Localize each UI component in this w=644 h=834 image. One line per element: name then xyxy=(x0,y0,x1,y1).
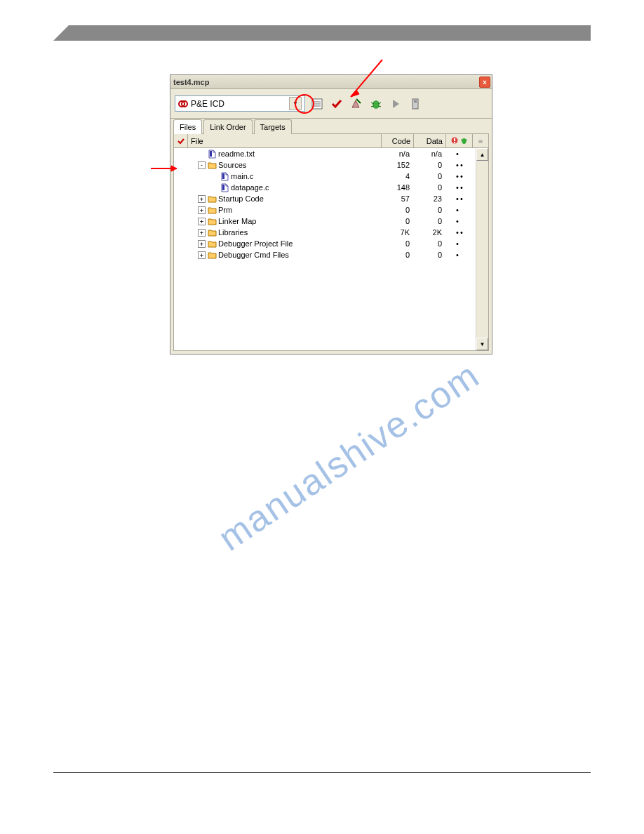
icon-column-header[interactable] xyxy=(446,134,473,147)
code-value: 0 xyxy=(382,238,414,249)
data-value: 0 xyxy=(414,204,446,216)
file-name: Libraries xyxy=(218,228,248,237)
scroll-track[interactable] xyxy=(476,161,488,338)
annotation-arrow-left xyxy=(147,163,182,174)
file-icon xyxy=(207,149,217,159)
target-icon xyxy=(178,99,188,109)
data-value: 0 xyxy=(414,171,446,182)
expand-icon[interactable]: + xyxy=(198,240,206,248)
titlebar: test4.mcp × xyxy=(170,75,492,89)
code-value: 7K xyxy=(382,227,414,238)
status-dots: •• xyxy=(446,159,473,171)
table-row[interactable]: +Startup Code5723••▾ xyxy=(174,193,488,204)
svg-rect-19 xyxy=(210,151,212,157)
data-value: 0 xyxy=(414,216,446,227)
status-dots: • xyxy=(446,238,473,249)
code-value: 148 xyxy=(382,182,414,193)
collapse-icon[interactable]: - xyxy=(198,161,206,169)
close-button[interactable]: × xyxy=(479,77,490,88)
project-window: test4.mcp × P&E ICD ▼ xyxy=(170,74,492,355)
data-value: 0 xyxy=(414,182,446,193)
annotation-circle xyxy=(295,94,314,114)
data-value: n/a xyxy=(414,148,446,159)
svg-rect-14 xyxy=(454,138,455,141)
table-row[interactable]: main.c40••▾ xyxy=(174,171,488,182)
target-dropdown[interactable]: P&E ICD ▼ xyxy=(175,95,305,112)
status-dots: •• xyxy=(446,193,473,204)
scroll-up-icon[interactable]: ▲ xyxy=(476,148,488,161)
page-footer-line xyxy=(53,772,591,773)
tab-targets[interactable]: Targets xyxy=(254,119,292,134)
tab-bar: Files Link Order Targets xyxy=(170,119,492,134)
file-name: Debugger Project File xyxy=(218,239,293,248)
status-dots: • xyxy=(446,204,473,216)
svg-line-17 xyxy=(461,140,462,140)
tab-link-order[interactable]: Link Order xyxy=(203,119,252,134)
check-column-header[interactable] xyxy=(174,134,188,147)
status-dots: • xyxy=(446,249,473,260)
table-row[interactable]: +Debugger Cmd Files00•▾ xyxy=(174,249,488,260)
watermark-text: manualshive.com xyxy=(210,354,487,560)
data-value: 0 xyxy=(414,238,446,249)
code-column-header[interactable]: Code xyxy=(382,134,414,147)
file-column-header[interactable]: File xyxy=(188,134,382,147)
column-headers: File Code Data ≡ xyxy=(174,134,488,148)
folder-icon xyxy=(207,205,217,215)
expand-icon[interactable]: + xyxy=(198,206,206,214)
svg-rect-12 xyxy=(414,100,417,102)
code-value: 0 xyxy=(382,216,414,227)
data-column-header[interactable]: Data xyxy=(414,134,446,147)
svg-line-18 xyxy=(466,140,467,140)
data-value: 0 xyxy=(414,249,446,260)
status-dots: •• xyxy=(446,171,473,182)
file-name: readme.txt xyxy=(218,150,255,158)
file-name: Prm xyxy=(218,206,232,214)
table-row[interactable]: datapage.c1480••▾ xyxy=(174,182,488,193)
status-dots: •• xyxy=(446,227,473,238)
page-header-bar xyxy=(53,25,591,41)
scroll-down-icon[interactable]: ▼ xyxy=(476,338,488,350)
folder-icon xyxy=(207,250,217,260)
menu-column-header[interactable]: ≡ xyxy=(473,134,488,147)
table-row[interactable]: readme.txtn/an/a•▾ xyxy=(174,148,488,159)
table-row[interactable]: +Debugger Project File00•▾ xyxy=(174,238,488,249)
folder-icon xyxy=(207,227,217,237)
table-row[interactable]: +Libraries7K2K••▾ xyxy=(174,227,488,238)
expand-icon[interactable]: + xyxy=(198,218,206,225)
expand-icon[interactable]: + xyxy=(198,251,206,259)
file-name: Linker Map xyxy=(218,217,256,225)
window-title: test4.mcp xyxy=(173,78,209,86)
svg-rect-21 xyxy=(222,185,224,190)
scrollbar[interactable]: ▲ ▼ xyxy=(476,148,488,350)
svg-marker-25 xyxy=(171,166,177,171)
table-row[interactable]: +Prm00•▾ xyxy=(174,204,488,216)
file-name: Sources xyxy=(218,161,246,169)
code-value: 4 xyxy=(382,171,414,182)
table-row[interactable]: -Sources1520••▾ xyxy=(174,159,488,171)
check-icon[interactable] xyxy=(329,96,344,112)
code-value: n/a xyxy=(382,148,414,159)
run-icon[interactable] xyxy=(388,96,403,112)
close-icon: × xyxy=(483,79,487,86)
file-name: main.c xyxy=(231,172,253,180)
annotation-arrow-top xyxy=(344,56,386,105)
device-icon[interactable] xyxy=(408,96,423,112)
code-value: 152 xyxy=(382,159,414,171)
status-dots: •• xyxy=(446,182,473,193)
data-value: 23 xyxy=(414,193,446,204)
svg-rect-15 xyxy=(454,142,455,143)
tab-files[interactable]: Files xyxy=(173,119,202,134)
file-list: readme.txtn/an/a•▾-Sources1520••▾main.c4… xyxy=(174,148,488,350)
expand-icon[interactable]: + xyxy=(198,195,206,203)
data-value: 0 xyxy=(414,159,446,171)
code-value: 0 xyxy=(382,249,414,260)
status-dots: • xyxy=(446,148,473,159)
code-value: 0 xyxy=(382,204,414,216)
data-value: 2K xyxy=(414,227,446,238)
svg-point-16 xyxy=(462,138,466,144)
folder-icon xyxy=(207,160,217,170)
expand-icon[interactable]: + xyxy=(198,229,206,237)
table-row[interactable]: +Linker Map00•▾ xyxy=(174,216,488,227)
folder-icon xyxy=(207,239,217,249)
file-name: Startup Code xyxy=(218,194,264,203)
